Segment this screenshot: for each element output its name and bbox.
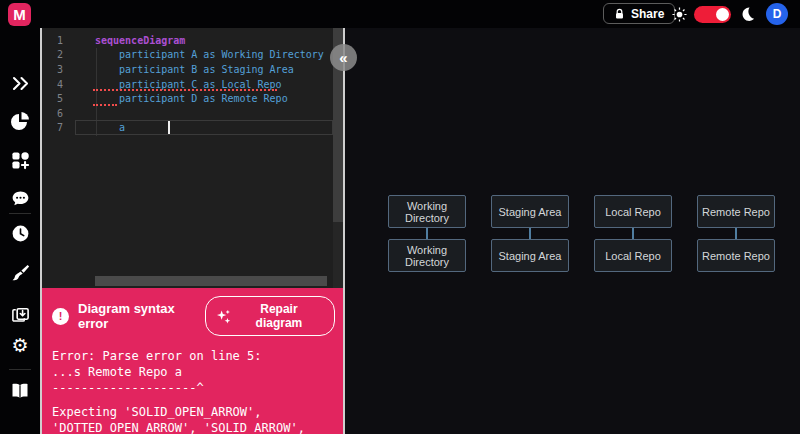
participant-column: Staging Area Staging Area: [491, 195, 569, 272]
mermaid-logo[interactable]: M: [8, 3, 31, 26]
export-icon[interactable]: [0, 301, 40, 325]
error-line: Expecting 'SOLID_OPEN_ARROW',: [52, 404, 335, 420]
participant-bottom-box: Working Directory: [388, 239, 466, 272]
sun-icon: [672, 7, 687, 22]
code-line[interactable]: 1 sequenceDiagram: [42, 33, 333, 48]
diagram-type-icon[interactable]: [0, 109, 40, 133]
code-text: participant D as Remote Repo: [95, 93, 288, 104]
sidebar-divider: [9, 369, 31, 370]
code-text: participant C as Local Repo: [95, 79, 282, 90]
line-number: 4: [42, 79, 75, 90]
user-avatar[interactable]: D: [766, 3, 788, 25]
topbar: M Share D: [0, 0, 800, 29]
error-panel-header: ! Diagram syntax error Repair diagram: [50, 296, 335, 336]
participant-column: Local Repo Local Repo: [594, 195, 672, 272]
line-number: 6: [42, 108, 75, 119]
participant-lifeline: [426, 228, 428, 239]
error-line: ...s Remote Repo a: [52, 364, 335, 380]
participant-column: Remote Repo Remote Repo: [697, 195, 775, 272]
alert-icon: !: [52, 308, 69, 325]
error-message: Error: Parse error on line 5: ...s Remot…: [52, 348, 335, 434]
code-text: sequenceDiagram: [95, 35, 185, 46]
code-line[interactable]: 3 participant B as Staging Area: [42, 62, 333, 77]
share-button[interactable]: Share: [603, 3, 675, 24]
sparkles-icon: [216, 309, 231, 324]
repair-label: Repair diagram: [237, 302, 321, 330]
participant-lifeline: [529, 228, 531, 239]
error-panel: ! Diagram syntax error Repair diagram Er…: [42, 288, 343, 434]
error-line: Error: Parse error on line 5:: [52, 348, 335, 364]
participant-bottom-box: Local Repo: [594, 239, 672, 272]
line-number: 3: [42, 64, 75, 75]
line-number: 2: [42, 49, 75, 60]
code-text: a: [95, 122, 125, 133]
participant-lifeline: [632, 228, 634, 239]
feedback-chat-icon[interactable]: [0, 186, 40, 210]
participant-top-box: Local Repo: [594, 195, 672, 228]
settings-gear-icon[interactable]: ⚙: [0, 333, 40, 357]
code-editor[interactable]: 1 sequenceDiagram 2 participant A as Wor…: [42, 28, 343, 288]
expand-sidebar-icon[interactable]: [0, 71, 40, 95]
sidebar-divider: [9, 213, 31, 214]
line-number: 7: [42, 122, 75, 133]
toggle-knob: [716, 8, 729, 21]
participant-bottom-box: Remote Repo: [697, 239, 775, 272]
error-title: Diagram syntax error: [78, 301, 205, 331]
moon-icon: [739, 6, 755, 22]
error-squiggle: [93, 104, 117, 106]
participant-top-box: Staging Area: [491, 195, 569, 228]
code-text: participant B as Staging Area: [95, 64, 294, 75]
sample-diagrams-icon[interactable]: [0, 148, 40, 172]
code-text: participant A as Working Directory: [95, 49, 324, 60]
participant-top-box: Remote Repo: [697, 195, 775, 228]
repair-diagram-button[interactable]: Repair diagram: [205, 296, 335, 336]
editor-horizontal-scrollbar[interactable]: [95, 276, 327, 286]
lock-icon: [614, 8, 625, 20]
dark-mode-toggle[interactable]: [694, 6, 731, 23]
participant-lifeline: [735, 228, 737, 239]
code-line[interactable]: 2 participant A as Working Directory: [42, 48, 333, 63]
theme-brush-icon[interactable]: [0, 261, 40, 285]
participant-column: Working Directory Working Directory: [388, 195, 466, 272]
error-line: 'DOTTED_OPEN_ARROW', 'SOLID_ARROW',: [52, 420, 335, 434]
collapse-editor-button[interactable]: «: [330, 44, 357, 71]
diagram-preview[interactable]: Working Directory Working Directory Stag…: [345, 28, 800, 434]
history-icon[interactable]: [0, 221, 40, 245]
participant-bottom-box: Staging Area: [491, 239, 569, 272]
code-lines: 1 sequenceDiagram 2 participant A as Wor…: [42, 33, 333, 135]
error-line: --------------------^: [52, 380, 335, 396]
share-label: Share: [631, 7, 664, 21]
participant-top-box: Working Directory: [388, 195, 466, 228]
documentation-book-icon[interactable]: [0, 379, 40, 403]
line-number: 5: [42, 93, 75, 104]
code-line[interactable]: 5 participant D as Remote Repo: [42, 91, 333, 106]
code-line[interactable]: 7 a: [42, 121, 333, 136]
code-line[interactable]: 6: [42, 106, 333, 121]
line-number: 1: [42, 35, 75, 46]
error-squiggle: [93, 89, 277, 91]
sidebar: ⚙: [0, 28, 40, 434]
text-cursor: [168, 121, 170, 134]
mermaid-live-editor: M Share D: [0, 0, 800, 434]
